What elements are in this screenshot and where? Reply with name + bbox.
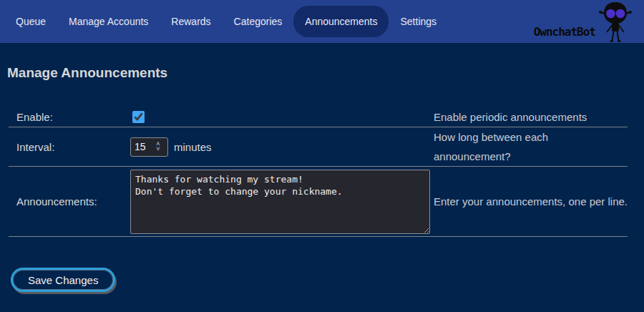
stepper-arrows[interactable]: ˄ ˅ bbox=[152, 142, 164, 152]
nav-item-categories[interactable]: Categories bbox=[223, 6, 294, 37]
nav-item-manage-accounts[interactable]: Manage Accounts bbox=[57, 6, 160, 37]
brand-logo-text: OwnchatBot bbox=[534, 25, 595, 39]
announcements-form: Enable: Enable periodic announcements In… bbox=[9, 107, 628, 237]
interval-stepper[interactable]: ˄ ˅ bbox=[130, 137, 168, 157]
interval-unit-label: minutes bbox=[174, 141, 212, 153]
nav-item-announcements[interactable]: Announcements bbox=[293, 6, 389, 37]
announcements-textarea[interactable]: Thanks for watching my stream! Don't for… bbox=[130, 170, 430, 234]
main-content: Manage Announcements Enable: Enable peri… bbox=[0, 65, 644, 292]
robot-mascot-icon bbox=[597, 1, 634, 43]
page-title: Manage Announcements bbox=[7, 65, 644, 81]
save-changes-button[interactable]: Save Changes bbox=[11, 268, 115, 292]
announcements-label: Announcements: bbox=[9, 195, 130, 208]
brand: OwnchatBot bbox=[534, 0, 634, 43]
nav-item-queue[interactable]: Queue bbox=[4, 6, 57, 37]
enable-checkbox[interactable] bbox=[132, 111, 145, 123]
interval-row: Interval: ˄ ˅ minutes How long between e… bbox=[9, 127, 628, 167]
interval-label: Interval: bbox=[9, 141, 130, 153]
announcements-help-text: Enter your announcements, one per line. bbox=[434, 192, 628, 211]
top-nav: Queue Manage Accounts Rewards Categories… bbox=[0, 0, 644, 43]
interval-input[interactable] bbox=[131, 141, 152, 152]
stepper-down-icon[interactable]: ˅ bbox=[156, 147, 160, 152]
enable-row: Enable: Enable periodic announcements bbox=[9, 107, 628, 127]
enable-label: Enable: bbox=[9, 111, 130, 123]
nav-item-rewards[interactable]: Rewards bbox=[160, 6, 222, 37]
interval-help-text: How long between each announcement? bbox=[434, 127, 628, 166]
nav-item-settings[interactable]: Settings bbox=[389, 6, 448, 37]
announcements-row: Announcements: Thanks for watching my st… bbox=[9, 167, 628, 237]
enable-help-text: Enable periodic announcements bbox=[434, 107, 628, 127]
